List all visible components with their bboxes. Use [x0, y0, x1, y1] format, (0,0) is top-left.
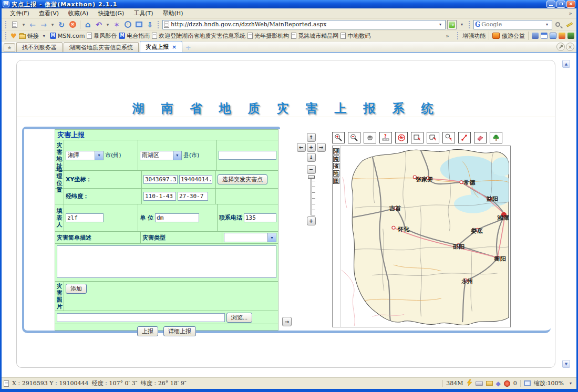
x-coordinate-input[interactable] — [143, 175, 178, 184]
new-page-icon[interactable] — [10, 20, 19, 29]
screenshot-icon[interactable] — [567, 33, 574, 39]
zoom-in-button[interactable] — [332, 132, 345, 143]
pan-left-button[interactable]: ← — [297, 143, 306, 152]
popup-blocker-icon[interactable] — [504, 380, 510, 387]
plugin-icon[interactable] — [559, 33, 565, 39]
undo-dropdown-icon[interactable]: ▾ — [105, 20, 110, 29]
zoom-out-step-button[interactable]: − — [307, 165, 316, 174]
pan-right-button[interactable]: → — [317, 143, 326, 152]
stop-icon[interactable]: × — [68, 20, 77, 29]
menu-help[interactable]: 帮助(H) — [159, 8, 188, 18]
history-dropdown-icon[interactable]: ▾ — [50, 20, 55, 29]
hunan-map[interactable]: 张家界 常德 益阳 吉首 怀化 娄底 湘潭 邵阳 衡阳 永州 — [340, 146, 510, 327]
tab-disaster-report[interactable]: 灾点上报 × — [140, 41, 182, 52]
phone-input[interactable] — [244, 213, 276, 222]
maxthon-charity-icon[interactable] — [492, 33, 500, 39]
zoom-dropdown-icon[interactable]: ▾ — [567, 379, 574, 388]
close-button[interactable]: × — [566, 1, 575, 8]
submit-button[interactable]: 上报 — [137, 326, 158, 336]
snap-frame-icon[interactable] — [134, 20, 143, 29]
pan-hand-button[interactable] — [364, 132, 376, 143]
search-dropdown-icon[interactable]: ▾ — [543, 20, 551, 29]
bookmark-milu-city[interactable]: 觅路城市精品网 — [291, 32, 338, 40]
printer-icon[interactable] — [476, 381, 483, 386]
identify-button[interactable] — [442, 132, 455, 143]
pan-down-button[interactable]: ↓ — [307, 153, 316, 162]
scroll-down-icon[interactable]: ▼ — [562, 360, 570, 368]
menu-groups[interactable]: 快捷组(G) — [94, 8, 128, 18]
detail-address-input[interactable] — [219, 151, 276, 160]
photo-path-input[interactable] — [57, 313, 225, 322]
search-box[interactable]: G ▾ — [473, 20, 552, 29]
zoom-in-step-button[interactable]: + — [307, 216, 316, 225]
full-extent-button[interactable] — [490, 132, 502, 143]
measure-distance-button[interactable]: ? — [379, 132, 392, 143]
pan-center-button[interactable]: + — [307, 143, 316, 152]
address-dropdown-icon[interactable]: ▾ — [437, 20, 444, 29]
reporter-input[interactable] — [66, 213, 104, 222]
disaster-type-select[interactable]: ▾ — [224, 233, 276, 242]
eraser-button[interactable] — [474, 132, 487, 143]
clear-selection-button[interactable]: S — [395, 132, 408, 143]
bookmark-zhongdi-digital[interactable]: 中地数码 — [340, 32, 370, 40]
forward-icon[interactable]: → — [39, 20, 48, 29]
unit-input[interactable] — [155, 213, 199, 222]
bookmark-msn[interactable]: M MSN.com — [50, 33, 85, 39]
new-page-dropdown-icon[interactable]: ▾ — [21, 20, 26, 29]
city-select[interactable]: 湘潭 ▾ — [66, 151, 104, 160]
home-icon[interactable]: ⌂ — [83, 20, 92, 29]
browse-button[interactable]: 浏览... — [226, 313, 252, 323]
longitude-input[interactable] — [143, 192, 176, 201]
book-diamond-icon[interactable]: ◆ — [496, 380, 501, 387]
go-dropdown-icon[interactable]: ▾ — [458, 20, 466, 29]
zoom-slider-thumb[interactable] — [308, 176, 315, 179]
bookmarks-overflow-icon[interactable]: » — [441, 33, 453, 39]
menu-view[interactable]: 查看(V) — [35, 8, 63, 18]
bookmark-hunan-geo-system[interactable]: 欢迎登陆湖南省地质灾害信息系统 — [152, 32, 245, 40]
zoom-box-out-button[interactable] — [427, 132, 439, 143]
download-icon[interactable]: ⇩ — [145, 20, 154, 29]
skin-icon[interactable] — [532, 33, 539, 39]
bookmark-baofeng[interactable]: 暴风影音 — [87, 32, 117, 40]
refresh-icon[interactable]: ↻ — [57, 20, 66, 29]
search-magnifier-icon[interactable] — [554, 20, 563, 29]
zoom-out-button[interactable] — [348, 132, 360, 143]
magic-wand-icon[interactable]: ✶ — [112, 20, 121, 29]
panel-collapse-button[interactable]: → — [282, 317, 292, 326]
tab-bar-close-icon[interactable]: × — [566, 43, 574, 51]
notes-icon[interactable] — [550, 33, 556, 39]
pick-disaster-point-button[interactable]: 选择突发灾害点 — [218, 174, 267, 184]
enhance-features-link[interactable]: 增强功能 — [462, 32, 486, 40]
add-photo-button[interactable]: 添加 — [66, 284, 87, 294]
vertical-scrollbar[interactable]: ▲ ▼ — [562, 60, 570, 368]
highlighter-icon[interactable] — [565, 20, 574, 29]
history-clock-icon[interactable] — [123, 20, 132, 29]
zoom-box-button[interactable] — [411, 132, 424, 143]
scroll-up-icon[interactable]: ▲ — [562, 60, 570, 68]
zoom-frame-icon[interactable] — [524, 380, 531, 386]
back-icon[interactable]: ← — [28, 20, 37, 29]
toolbar-grip[interactable] — [5, 21, 7, 28]
draw-point-button[interactable] — [458, 132, 471, 143]
menu-overflow-icon[interactable]: » — [564, 10, 576, 17]
undo-icon[interactable]: ↶ — [94, 20, 104, 29]
folder-icon[interactable] — [486, 381, 493, 386]
menu-favorites[interactable]: 收藏(A) — [64, 8, 92, 18]
y-coordinate-input[interactable] — [179, 175, 212, 184]
latitude-input[interactable] — [178, 192, 208, 201]
new-tab-button[interactable]: + — [183, 44, 193, 52]
address-input[interactable] — [171, 21, 435, 28]
tab-server-not-found[interactable]: 找不到服务器 — [16, 42, 63, 52]
tab-hunan-geo-info-system[interactable]: 湖南省地质灾害信息系统 — [64, 42, 139, 52]
menu-file[interactable]: 文件(F) — [6, 8, 34, 18]
zoom-slider[interactable] — [307, 176, 316, 215]
favorites-heart-icon[interactable]: ♥ — [11, 32, 17, 40]
links-folder[interactable]: 链接 ▾ — [19, 32, 48, 40]
bookmark-guangnian-photo[interactable]: 光年摄影机构 — [247, 32, 289, 40]
address-bar[interactable]: ▾ — [162, 20, 446, 29]
search-input[interactable] — [481, 21, 542, 28]
boost-lightning-icon[interactable] — [467, 379, 472, 388]
tab-list-star-icon[interactable]: ★ — [4, 43, 15, 52]
detail-submit-button[interactable]: 详细上报 — [163, 326, 196, 336]
window-mode-icon[interactable] — [541, 33, 548, 39]
